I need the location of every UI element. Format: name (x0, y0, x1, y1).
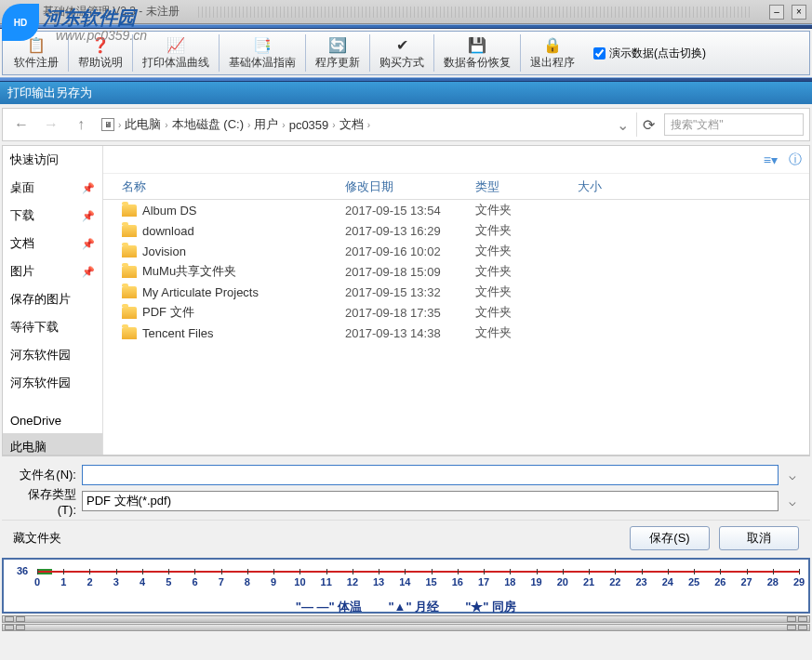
col-date[interactable]: 修改日期 (345, 174, 475, 199)
status-bars (2, 615, 810, 631)
chart-legend: "— —" 体温"▲" 月经"★" 同房 (9, 599, 803, 615)
file-row[interactable]: Album DS2017-09-15 13:54文件夹 (103, 200, 809, 220)
x-tick-label: 5 (166, 576, 171, 587)
breadcrumb-dropdown[interactable]: ⌄ (613, 116, 632, 134)
toolbar-数据备份恢复[interactable]: 💾数据备份恢复 (436, 34, 518, 73)
toolbar-购买方式[interactable]: ✔购买方式 (372, 34, 432, 73)
sidebar: 快速访问桌面📌下载📌文档📌图片📌保存的图片等待下载河东软件园河东软件园OneDr… (3, 146, 103, 455)
file-row[interactable]: download2017-09-13 16:29文件夹 (103, 220, 809, 241)
temperature-chart: 36 0123456789101112131415161718192021222… (2, 558, 810, 614)
x-tick-label: 10 (294, 576, 305, 587)
sidebar-item-快速访问[interactable]: 快速访问 (3, 146, 102, 174)
sidebar-item-保存的图片[interactable]: 保存的图片 (3, 285, 102, 313)
help-icon[interactable]: ⓘ (789, 152, 802, 168)
toolbar-icon: ❓ (89, 36, 112, 55)
breadcrumb-segment[interactable]: 用户 (254, 116, 278, 133)
file-row[interactable]: Jovision2017-09-16 10:02文件夹 (103, 241, 809, 261)
toolbar-退出程序[interactable]: 🔒退出程序 (523, 34, 582, 73)
y-tick-label: 36 (17, 565, 28, 576)
toolbar-icon: 🔒 (541, 36, 564, 55)
folder-icon (122, 327, 137, 339)
x-tick-label: 6 (192, 576, 197, 587)
title-decoration (198, 7, 751, 18)
toolbar-icon: ✔ (391, 36, 413, 55)
x-tick-label: 20 (557, 576, 568, 587)
file-row[interactable]: MuMu共享文件夹2017-09-18 15:09文件夹 (103, 261, 809, 282)
filetype-select[interactable]: PDF 文档(*.pdf) (82, 491, 779, 511)
toolbar-基础体温指南[interactable]: 📑基础体温指南 (221, 34, 303, 73)
file-row[interactable]: Tencent Files2017-09-13 14:38文件夹 (103, 323, 809, 343)
breadcrumb-segment[interactable]: 此电脑 (125, 116, 161, 133)
folder-icon (122, 245, 137, 257)
x-tick-label: 17 (478, 576, 489, 587)
sidebar-item-图片[interactable]: 图片📌 (3, 257, 102, 285)
x-tick-label: 26 (714, 576, 725, 587)
demo-data-checkbox[interactable]: 演示数据(点击切换) (593, 46, 706, 61)
pin-icon: 📌 (82, 238, 95, 250)
folder-icon (122, 286, 137, 298)
filename-dropdown[interactable]: ⌵ (784, 469, 801, 482)
filename-input[interactable] (82, 465, 779, 485)
filetype-dropdown[interactable]: ⌵ (784, 495, 801, 508)
folder-icon (122, 205, 137, 217)
col-type[interactable]: 类型 (475, 174, 578, 199)
breadcrumb-segment[interactable]: pc0359 (289, 118, 329, 132)
cancel-button[interactable]: 取消 (719, 526, 799, 550)
legend-item: "★" 同房 (465, 600, 516, 614)
x-tick-label: 18 (504, 576, 515, 587)
sidebar-item-OneDrive[interactable]: OneDrive (3, 408, 102, 433)
sidebar-item-文档[interactable]: 文档📌 (3, 230, 102, 257)
file-row[interactable]: PDF 文件2017-09-18 17:35文件夹 (103, 302, 809, 323)
toolbar-icon: 📈 (165, 36, 187, 55)
breadcrumb-segment[interactable]: 文档 (339, 116, 364, 133)
x-tick-label: 19 (530, 576, 541, 587)
legend-item: "— —" 体温 (296, 600, 363, 614)
hide-folders-link[interactable]: 藏文件夹 (13, 530, 61, 547)
x-tick-label: 3 (113, 576, 119, 587)
breadcrumb-segment[interactable]: 本地磁盘 (C:) (172, 116, 244, 133)
view-icon[interactable]: ≡▾ (764, 152, 778, 167)
x-tick-label: 24 (662, 576, 673, 587)
nav-up-button[interactable]: ↑ (68, 112, 94, 137)
sidebar-item-河东软件园[interactable]: 河东软件园 (3, 341, 102, 369)
filetype-label: 保存类型(T): (11, 486, 76, 517)
search-input[interactable]: 搜索"文档" (664, 113, 804, 136)
legend-item: "▲" 月经 (388, 600, 439, 614)
x-tick-label: 25 (688, 576, 699, 587)
x-tick-label: 16 (452, 576, 463, 587)
sidebar-item-等待下载[interactable]: 等待下载 (3, 313, 102, 341)
window-title: 基础体温管理 V2.3 - 未注册 (43, 4, 180, 20)
column-headers: 名称 修改日期 类型 大小 (103, 174, 809, 200)
x-tick-label: 29 (793, 576, 805, 587)
sidebar-item-此电脑[interactable]: 此电脑 (3, 433, 102, 455)
breadcrumb[interactable]: 🖥 › 此电脑›本地磁盘 (C:)›用户›pc0359›文档› (98, 116, 609, 133)
organize-row: ≡▾ ⓘ (103, 146, 809, 174)
filename-label: 文件名(N): (11, 467, 76, 483)
x-tick-label: 14 (399, 576, 410, 587)
x-tick-label: 28 (767, 576, 779, 587)
refresh-button[interactable]: ⟳ (636, 112, 660, 137)
decorative-strip (0, 24, 812, 29)
col-name[interactable]: 名称 (103, 174, 345, 199)
dialog-title: 打印输出另存为 (0, 82, 812, 104)
x-tick-label: 7 (219, 576, 224, 587)
nav-back-button[interactable]: ← (8, 112, 34, 137)
save-button[interactable]: 保存(S) (630, 526, 710, 550)
minimize-button[interactable]: – (769, 5, 784, 20)
file-row[interactable]: My Articulate Projects2017-09-15 13:32文件… (103, 282, 809, 302)
toolbar-帮助说明[interactable]: ❓帮助说明 (71, 34, 130, 73)
sidebar-item-下载[interactable]: 下载📌 (3, 202, 102, 230)
toolbar-软件注册[interactable]: 📋软件注册 (7, 34, 66, 73)
toolbar-icon: 🔄 (326, 36, 349, 55)
nav-forward-button[interactable]: → (38, 112, 64, 137)
x-tick-label: 15 (425, 576, 436, 587)
x-tick-label: 8 (245, 576, 250, 587)
title-bar: 基础体温管理 V2.3 - 未注册 – × (0, 0, 812, 24)
sidebar-item-桌面[interactable]: 桌面📌 (3, 174, 102, 202)
toolbar-icon: 💾 (466, 36, 488, 55)
toolbar-程序更新[interactable]: 🔄程序更新 (308, 34, 367, 73)
col-size[interactable]: 大小 (578, 174, 652, 199)
sidebar-item-河东软件园[interactable]: 河东软件园 (3, 369, 102, 397)
toolbar-打印体温曲线[interactable]: 📈打印体温曲线 (135, 34, 217, 73)
close-button[interactable]: × (792, 5, 806, 20)
